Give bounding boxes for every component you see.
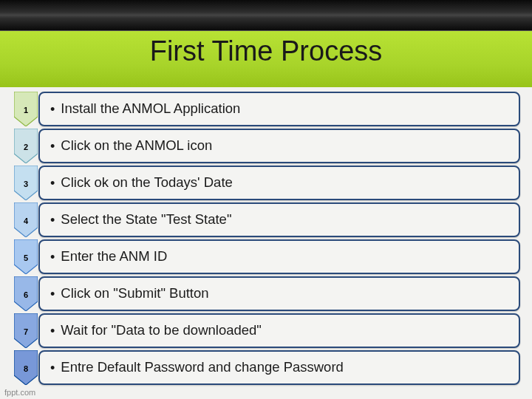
step-number: 2 — [24, 143, 28, 151]
step-text-box: •Entre Default Password and change Passw… — [38, 350, 520, 385]
step-text: Wait for "Data to be downloaded" — [61, 324, 262, 338]
step-text-box: •Click on "Submit" Button — [38, 276, 520, 311]
step-number: 1 — [24, 106, 28, 115]
bullet-icon: • — [50, 214, 55, 227]
step-number-chevron: 4 — [12, 202, 40, 237]
slide: First Time Process 1•Install the ANMOL A… — [0, 0, 532, 399]
step-text: Install the ANMOL Application — [61, 102, 240, 116]
step-text: Click on "Submit" Button — [61, 287, 208, 301]
step-number-chevron: 7 — [12, 313, 40, 348]
step-number-chevron: 2 — [12, 129, 40, 163]
step-row: 2•Click on the ANMOL icon — [12, 129, 520, 163]
bullet-icon: • — [50, 250, 55, 264]
step-number: 3 — [24, 180, 28, 188]
steps-list: 1•Install the ANMOL Application 2•Click … — [12, 92, 520, 383]
step-number-chevron: 8 — [12, 350, 40, 385]
step-number-chevron: 1 — [12, 92, 40, 126]
step-row: 4•Select the State "Test State" — [12, 202, 520, 237]
step-text: Entre Default Password and change Passwo… — [61, 361, 344, 375]
step-row: 1•Install the ANMOL Application — [12, 92, 520, 126]
step-text-box: •Click on the ANMOL icon — [38, 129, 520, 163]
bullet-icon: • — [50, 324, 55, 338]
bullet-icon: • — [50, 177, 55, 190]
step-text-box: •Install the ANMOL Application — [38, 92, 520, 126]
slide-title: First Time Process — [0, 35, 532, 67]
step-text: Enter the ANM ID — [61, 250, 167, 264]
step-row: 7•Wait for "Data to be downloaded" — [12, 313, 520, 348]
step-number-chevron: 5 — [12, 239, 40, 274]
step-number: 4 — [24, 216, 28, 225]
step-text: Click ok on the Todays' Date — [61, 176, 233, 190]
step-number: 6 — [24, 290, 28, 299]
step-number-chevron: 3 — [12, 166, 40, 200]
step-row: 8•Entre Default Password and change Pass… — [12, 350, 520, 385]
bullet-icon: • — [50, 361, 55, 375]
bullet-icon: • — [50, 287, 55, 301]
step-text-box: •Enter the ANM ID — [38, 239, 520, 274]
step-number: 8 — [24, 364, 28, 373]
step-row: 6•Click on "Submit" Button — [12, 276, 520, 311]
step-text-box: •Wait for "Data to be downloaded" — [38, 313, 520, 348]
step-number: 7 — [24, 327, 28, 336]
step-text-box: •Select the State "Test State" — [38, 202, 520, 237]
step-number: 5 — [24, 253, 28, 262]
step-row: 5•Enter the ANM ID — [12, 239, 520, 274]
header-dark-bar — [0, 0, 532, 31]
footer-watermark: fppt.com — [4, 388, 35, 397]
step-text: Select the State "Test State" — [61, 213, 231, 227]
step-number-chevron: 6 — [12, 276, 40, 311]
step-text-box: •Click ok on the Todays' Date — [38, 166, 520, 200]
bullet-icon: • — [50, 140, 55, 153]
step-text: Click on the ANMOL icon — [61, 139, 212, 153]
bullet-icon: • — [50, 103, 55, 116]
step-row: 3•Click ok on the Todays' Date — [12, 166, 520, 200]
